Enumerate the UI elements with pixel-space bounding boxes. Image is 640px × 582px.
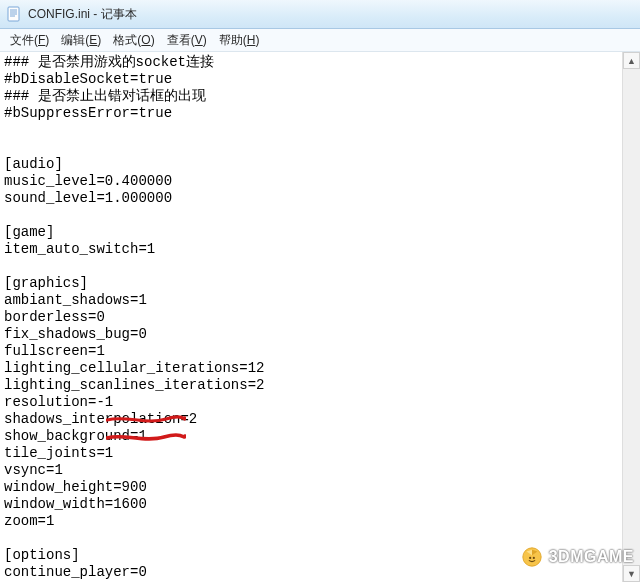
- vertical-scrollbar[interactable]: ▲ ▼: [622, 52, 640, 582]
- notepad-window: CONFIG.ini - 记事本 文件(F) 编辑(E) 格式(O) 查看(V)…: [0, 0, 640, 582]
- menu-file[interactable]: 文件(F): [4, 30, 55, 51]
- editor-area: ▲ ▼ 3DMGAME: [0, 52, 640, 582]
- scroll-up-icon[interactable]: ▲: [623, 52, 640, 69]
- menu-view[interactable]: 查看(V): [161, 30, 213, 51]
- menu-help[interactable]: 帮助(H): [213, 30, 266, 51]
- window-title: CONFIG.ini - 记事本: [28, 6, 137, 23]
- title-bar[interactable]: CONFIG.ini - 记事本: [0, 0, 640, 29]
- menu-bar: 文件(F) 编辑(E) 格式(O) 查看(V) 帮助(H): [0, 29, 640, 52]
- menu-format[interactable]: 格式(O): [107, 30, 160, 51]
- menu-edit[interactable]: 编辑(E): [55, 30, 107, 51]
- notepad-icon: [6, 6, 22, 22]
- scroll-down-icon[interactable]: ▼: [623, 565, 640, 582]
- text-editor[interactable]: [0, 52, 640, 582]
